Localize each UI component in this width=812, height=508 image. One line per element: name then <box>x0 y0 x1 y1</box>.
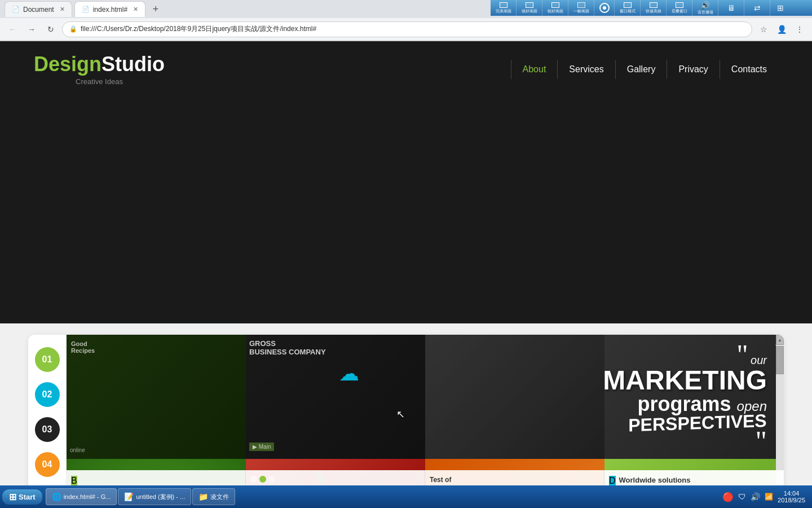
refresh-button[interactable]: ↻ <box>43 21 59 37</box>
win-btn-label-8: 语音播报 <box>698 10 713 15</box>
win-toolbar-btn-5[interactable]: 窗口模式 <box>615 0 641 16</box>
start-label: Start <box>19 493 36 501</box>
forward-button[interactable]: → <box>24 21 39 37</box>
win-btn-label-6: 快速高效 <box>646 8 661 14</box>
win-btn-label-3: 较好画面 <box>548 8 563 14</box>
logo-text: DesignStudio <box>34 52 165 76</box>
win-toolbar-btn-magnify[interactable] <box>594 0 615 16</box>
scrollbar-thumb[interactable] <box>776 346 784 374</box>
scrollbar-up[interactable]: ▲ <box>776 335 784 345</box>
win-toolbar-btn-8[interactable]: 🔊 语音播报 <box>692 0 718 16</box>
toolbar-right: ☆ 👤 ⋮ <box>756 21 807 37</box>
taskbar-folder-label: 凌文件 <box>210 493 229 501</box>
tab-document-icon: 📄 <box>12 6 20 13</box>
marketing-programs: programs <box>638 394 731 414</box>
nav-gallery[interactable]: Gallery <box>616 60 668 79</box>
profile-button[interactable]: 👤 <box>774 21 789 37</box>
slider-dots <box>250 476 420 483</box>
win-btn-label-7: 层叠窗口 <box>672 8 687 14</box>
win-btn-icon-10: ⇄ <box>754 4 761 12</box>
tab-document-close[interactable]: ✕ <box>60 6 65 13</box>
tab-index-icon: 📄 <box>82 6 90 13</box>
slide-num-2[interactable]: 02 <box>35 382 60 407</box>
win-toolbar-btn-4[interactable]: 一帧画面 <box>568 0 594 16</box>
wifi-icon: 📶 <box>765 493 773 501</box>
food-cell-t2: GROSSBUSINESS COMPANY ▶ Main <box>246 335 425 459</box>
marketing-word: MARKETING <box>603 367 767 394</box>
windows-logo: ⊞ <box>9 492 16 502</box>
toolbar-row: ← → ↻ 🔒 file:///C:/Users/Dr.z/Desktop/20… <box>0 18 812 41</box>
quote-right: " <box>603 432 767 449</box>
win-btn-label-4: 一帧画面 <box>573 8 589 14</box>
win-btn-icon-1 <box>500 2 508 8</box>
overlay-text-1: GoodRecipes <box>71 340 95 354</box>
win-toolbar: 完美画面 很好画面 较好画面 一帧画面 窗口模式 快速高效 <box>491 0 812 16</box>
clock-time: 14:04 <box>778 490 805 497</box>
slider-main: GoodRecipes online GROSSBUSINESS COMPANY… <box>67 335 784 508</box>
win-toolbar-btn-11[interactable]: ⊞ <box>770 0 791 16</box>
magnify-icon <box>599 3 610 13</box>
marketing-our: our <box>751 354 767 366</box>
nav-privacy[interactable]: Privacy <box>667 60 720 79</box>
new-tab-button[interactable]: + <box>148 1 164 17</box>
site-header: DesignStudio Creative Ideas About Servic… <box>0 41 812 97</box>
address-bar[interactable]: 🔒 file:///C:/Users/Dr.z/Desktop/2018年9月2… <box>62 21 752 37</box>
taskbar-item-folder[interactable]: 📁 凌文件 <box>192 488 235 505</box>
taskbar-item-sublime[interactable]: 📝 untitled (案例) - ... <box>118 488 191 505</box>
cursor-pointer: ↖ <box>396 408 405 421</box>
food-cell-tl: GoodRecipes online <box>67 335 246 459</box>
win-toolbar-btn-7[interactable]: 层叠窗口 <box>667 0 692 16</box>
antivirus-icon: 🛡 <box>738 492 746 501</box>
start-button[interactable]: ⊞ Start <box>2 489 42 505</box>
win-btn-icon-7 <box>676 2 683 8</box>
bookmark-button[interactable]: ☆ <box>756 21 771 37</box>
card-d-title: Worldwide solutions <box>619 476 691 484</box>
tab-index-close[interactable]: ✕ <box>133 6 138 13</box>
badge-d: D <box>609 476 616 486</box>
slide-num-1[interactable]: 01 <box>35 347 60 372</box>
win-toolbar-btn-3[interactable]: 较好画面 <box>542 0 568 16</box>
win-btn-icon-6 <box>650 2 657 8</box>
nav-contacts[interactable]: Contacts <box>720 60 778 79</box>
dot-3[interactable] <box>268 476 275 483</box>
folder-icon: 📁 <box>198 492 208 501</box>
logo-studio: Studio <box>102 52 165 76</box>
site-nav: About Services Gallery Privacy Contacts <box>511 60 778 79</box>
tab-document[interactable]: 📄 Document ✕ <box>5 1 72 17</box>
marketing-perspectives: PERSPECTIVES <box>603 411 767 435</box>
food-cell-t3 <box>425 335 604 459</box>
address-text: file:///C:/Users/Dr.z/Desktop/2018年9月25日… <box>81 24 316 34</box>
logo-area: DesignStudio Creative Ideas <box>34 52 165 86</box>
win-btn-icon-9: 🖥 <box>727 4 735 12</box>
badge-b: B <box>71 476 77 486</box>
overlay-contact: ▶ Main <box>249 443 274 451</box>
win-toolbar-btn-10[interactable]: ⇄ <box>744 0 770 16</box>
menu-button[interactable]: ⋮ <box>792 21 807 37</box>
dot-2[interactable] <box>259 476 266 483</box>
sublime-icon: 📝 <box>124 492 134 501</box>
taskbar-chrome-label: index.html# - G... <box>64 493 111 500</box>
hero-section: 01 02 03 04 GoodRecipes online GROSSBUSI… <box>0 323 812 508</box>
taskbar-sublime-label: untitled (案例) - ... <box>136 493 185 501</box>
win-toolbar-btn-9[interactable]: 🖥 <box>718 0 744 16</box>
win-toolbar-btn-2[interactable]: 很好画面 <box>517 0 542 16</box>
win-toolbar-btn-1[interactable]: 完美画面 <box>491 0 517 16</box>
slide-num-3[interactable]: 03 <box>35 417 60 442</box>
speaker-icon: 🔊 <box>751 492 760 501</box>
win-btn-icon-2 <box>526 2 533 8</box>
nav-about[interactable]: About <box>511 60 558 79</box>
dot-1[interactable] <box>250 476 257 483</box>
win-toolbar-btn-6[interactable]: 快速高效 <box>641 0 667 16</box>
sogou-icon: 🔴 <box>722 492 734 502</box>
tab-index-label: index.html# <box>93 6 127 14</box>
site-wrapper: DesignStudio Creative Ideas About Servic… <box>0 41 812 323</box>
test-title: Test of <box>430 476 599 484</box>
logo-tagline: Creative Ideas <box>34 77 165 86</box>
slide-num-4[interactable]: 04 <box>35 452 60 477</box>
cloud-icon: ☁ <box>339 362 359 386</box>
taskbar-item-chrome[interactable]: 🌐 index.html# - G... <box>46 488 117 505</box>
win-btn-label-1: 完美画面 <box>496 8 511 14</box>
tab-index[interactable]: 📄 index.html# ✕ <box>74 1 145 17</box>
nav-services[interactable]: Services <box>558 60 615 79</box>
back-button[interactable]: ← <box>5 21 20 37</box>
